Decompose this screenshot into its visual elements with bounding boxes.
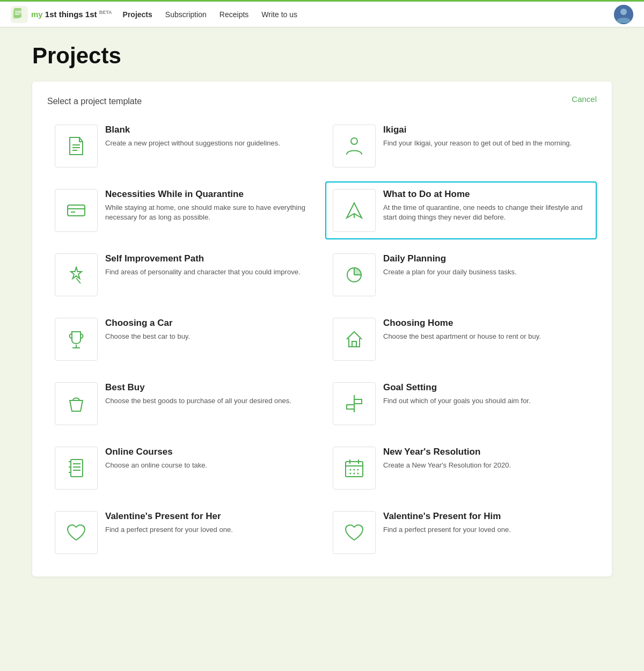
star-wand-icon	[64, 263, 88, 287]
navbar: my 1st things 1st BETA Projects Subscrip…	[0, 0, 644, 27]
template-choosing-home[interactable]: Choosing Home Choose the best apartment …	[325, 310, 597, 368]
heart-him-icon	[342, 521, 366, 544]
template-desc-choosing-home: Choose the best apartment or house to re…	[383, 332, 541, 341]
person-icon	[342, 134, 366, 158]
svg-rect-21	[71, 460, 83, 477]
document-icon	[64, 134, 88, 158]
template-text-blank: Blank Create a new project without sugge…	[105, 125, 280, 148]
signpost-icon	[342, 392, 366, 415]
avatar-image	[614, 5, 633, 24]
template-desc-valentine-her: Find a perfect present for your loved on…	[105, 525, 233, 535]
template-title-online-courses: Online Courses	[105, 447, 207, 457]
heart-her-icon	[64, 521, 88, 544]
template-necessities[interactable]: Necessities While in Quarantine While st…	[47, 181, 319, 239]
template-desc-necessities: While staying at home, one should make s…	[105, 203, 311, 222]
template-title-valentine-him: Valentine's Present for Him	[383, 511, 511, 522]
template-icon-valentine-her	[55, 511, 98, 554]
template-new-year[interactable]: New Year's Resolution Create a New Year'…	[325, 439, 597, 497]
nav-links: Projects Subscription Receipts Write to …	[123, 10, 614, 19]
nav-subscription[interactable]: Subscription	[165, 10, 207, 19]
template-online-courses[interactable]: Online Courses Choose an online course t…	[47, 439, 319, 497]
template-blank[interactable]: Blank Create a new project without sugge…	[47, 117, 319, 175]
template-desc-daily-planning: Create a plan for your daily business ta…	[383, 267, 517, 277]
template-goal-setting[interactable]: Goal Setting Find out which of your goal…	[325, 375, 597, 433]
cancel-button[interactable]: Cancel	[572, 94, 597, 104]
svg-point-35	[350, 473, 352, 475]
template-text-new-year: New Year's Resolution Create a New Year'…	[383, 447, 511, 470]
template-text-online-courses: Online Courses Choose an online course t…	[105, 447, 207, 470]
template-title-new-year: New Year's Resolution	[383, 447, 511, 457]
svg-point-34	[357, 469, 359, 471]
template-icon-online-courses	[55, 447, 98, 490]
template-title-necessities: Necessities While in Quarantine	[105, 189, 311, 200]
template-icon-blank	[55, 125, 98, 167]
template-icon-choosing-home	[333, 318, 376, 361]
template-what-to-do[interactable]: What to Do at Home At the time of quaran…	[325, 181, 597, 239]
template-best-buy[interactable]: Best Buy Choose the best goods to purcha…	[47, 375, 319, 433]
template-title-what-to-do: What to Do at Home	[383, 189, 589, 200]
template-text-choosing-car: Choosing a Car Choose the best car to bu…	[105, 318, 190, 341]
template-self-improvement[interactable]: Self Improvement Path Find areas of pers…	[47, 246, 319, 304]
template-title-choosing-home: Choosing Home	[383, 318, 541, 329]
svg-point-8	[351, 138, 357, 144]
template-icon-what-to-do	[333, 189, 376, 232]
template-icon-new-year	[333, 447, 376, 490]
template-title-choosing-car: Choosing a Car	[105, 318, 190, 329]
template-icon-ikigai	[333, 125, 376, 167]
template-desc-self-improvement: Find areas of personality and character …	[105, 267, 300, 277]
template-text-goal-setting: Goal Setting Find out which of your goal…	[383, 382, 531, 406]
page-title: Projects	[32, 43, 612, 69]
shopping-bag-icon	[64, 392, 88, 415]
template-text-valentine-her: Valentine's Present for Her Find a perfe…	[105, 511, 233, 535]
template-title-blank: Blank	[105, 125, 280, 135]
logo-text: my 1st things 1st BETA	[31, 10, 112, 19]
template-desc-online-courses: Choose an online course to take.	[105, 461, 207, 470]
template-title-ikigai: Ikigai	[383, 125, 572, 135]
template-text-daily-planning: Daily Planning Create a plan for your da…	[383, 253, 517, 277]
template-text-self-improvement: Self Improvement Path Find areas of pers…	[105, 253, 300, 277]
template-icon-necessities	[55, 189, 98, 232]
template-valentine-her[interactable]: Valentine's Present for Her Find a perfe…	[47, 504, 319, 561]
template-daily-planning[interactable]: Daily Planning Create a plan for your da…	[325, 246, 597, 304]
trophy-icon	[64, 327, 88, 351]
template-card: Cancel Select a project template Blank	[32, 82, 612, 577]
template-choosing-car[interactable]: Choosing a Car Choose the best car to bu…	[47, 310, 319, 368]
send-icon	[342, 199, 366, 222]
template-title-self-improvement: Self Improvement Path	[105, 253, 300, 264]
nav-write-to-us[interactable]: Write to us	[261, 10, 297, 19]
svg-point-32	[350, 469, 352, 471]
template-icon-best-buy	[55, 382, 98, 425]
svg-point-33	[354, 469, 355, 471]
calendar-icon	[342, 456, 366, 480]
template-icon-self-improvement	[55, 253, 98, 296]
template-valentine-him[interactable]: Valentine's Present for Him Find a perfe…	[325, 504, 597, 561]
template-icon-goal-setting	[333, 382, 376, 425]
template-desc-blank: Create a new project without suggestions…	[105, 138, 280, 148]
nav-projects[interactable]: Projects	[123, 10, 152, 19]
page-content: Projects Cancel Select a project templat…	[0, 27, 644, 593]
template-text-best-buy: Best Buy Choose the best goods to purcha…	[105, 382, 291, 406]
template-desc-valentine-him: Find a perfect present for your loved on…	[383, 525, 511, 535]
nav-receipts[interactable]: Receipts	[219, 10, 248, 19]
user-avatar[interactable]	[614, 5, 633, 24]
template-title-daily-planning: Daily Planning	[383, 253, 517, 264]
template-text-necessities: Necessities While in Quarantine While st…	[105, 189, 311, 222]
template-text-ikigai: Ikigai Find your Ikigai, your reason to …	[383, 125, 572, 148]
template-card-heading: Select a project template	[47, 97, 597, 106]
logo-icon	[11, 6, 28, 23]
template-desc-what-to-do: At the time of quarantine, one needs to …	[383, 203, 589, 222]
template-desc-goal-setting: Find out which of your goals you should …	[383, 396, 531, 406]
logo[interactable]: my 1st things 1st BETA	[11, 6, 112, 23]
template-icon-daily-planning	[333, 253, 376, 296]
template-icon-valentine-him	[333, 511, 376, 554]
svg-rect-9	[68, 205, 85, 216]
template-text-valentine-him: Valentine's Present for Him Find a perfe…	[383, 511, 511, 535]
pie-chart-icon	[342, 263, 366, 287]
template-desc-best-buy: Choose the best goods to purchase of all…	[105, 396, 291, 406]
template-title-goal-setting: Goal Setting	[383, 382, 531, 393]
svg-point-36	[354, 473, 355, 475]
templates-grid: Blank Create a new project without sugge…	[47, 117, 597, 561]
notebook-icon	[64, 456, 88, 480]
template-ikigai[interactable]: Ikigai Find your Ikigai, your reason to …	[325, 117, 597, 175]
template-text-what-to-do: What to Do at Home At the time of quaran…	[383, 189, 589, 222]
